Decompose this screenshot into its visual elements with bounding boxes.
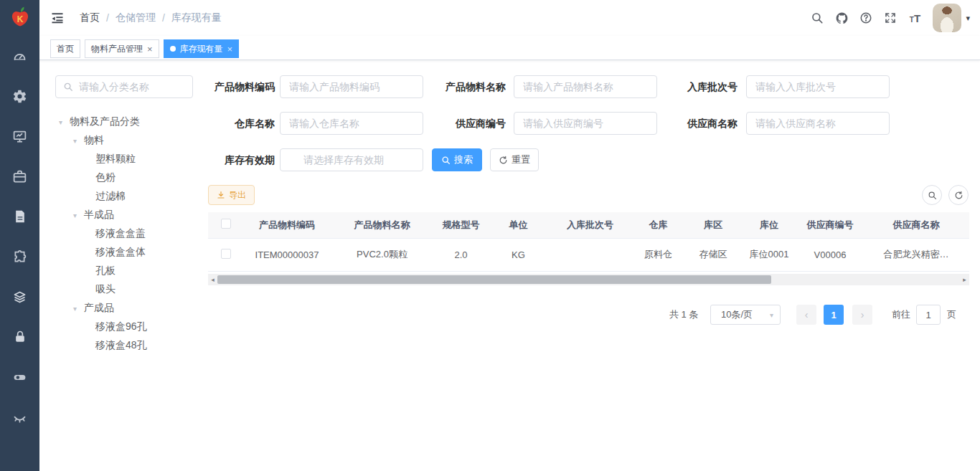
scroll-right-arrow[interactable]: ▸ [960, 274, 969, 285]
page-number-1[interactable]: 1 [824, 305, 844, 325]
breadcrumb-separator: / [162, 12, 165, 24]
caret-down-icon[interactable]: ▾ [73, 211, 84, 219]
prev-page-button[interactable]: ‹ [796, 305, 816, 325]
field-label-supplier-name: 供应商名称 [657, 112, 738, 135]
font-size-icon[interactable]: TT [903, 0, 927, 36]
select-all-checkbox[interactable] [221, 219, 231, 229]
category-search-input[interactable] [79, 81, 179, 92]
page-size-select[interactable]: 10条/页 ▾ [710, 305, 781, 325]
close-icon[interactable]: × [147, 44, 153, 54]
tree-node-box-48[interactable]: 移液盒48孔 [54, 336, 201, 355]
caret-down-icon[interactable]: ▾ [73, 137, 84, 145]
toolbox-icon[interactable] [0, 168, 39, 185]
puzzle-icon[interactable] [0, 248, 39, 265]
eye-closed-icon[interactable] [0, 409, 39, 426]
tree-node-root[interactable]: ▾物料及产品分类 [54, 113, 201, 131]
col-header: 供应商编号 [797, 212, 863, 238]
caret-down-icon[interactable]: ▾ [966, 14, 973, 23]
cell-supplier-code: V00006 [797, 238, 863, 271]
tab-stock-on-hand[interactable]: 库存现有量 × [164, 39, 240, 58]
tags-view-bar: 首页 物料产品管理 × 库存现有量 × [39, 36, 980, 60]
tree-node-label: 色粉 [95, 171, 116, 184]
monitor-chart-icon[interactable] [0, 128, 39, 145]
menu-fold-icon[interactable] [50, 11, 65, 25]
tree-node-box-96[interactable]: 移液盒96孔 [54, 318, 201, 336]
tab-material-product[interactable]: 物料产品管理 × [85, 39, 159, 58]
tab-label: 首页 [57, 43, 74, 55]
table-horizontal-scrollbar: ◂ ▸ [208, 274, 969, 285]
app-logo-icon[interactable]: K [6, 4, 34, 32]
tree-node-label: 移液盒48孔 [95, 339, 147, 352]
document-icon[interactable] [0, 208, 39, 225]
col-header: 供应商名称 [863, 212, 969, 238]
expiry-date-input[interactable] [280, 148, 423, 171]
tab-label: 物料产品管理 [91, 43, 143, 55]
tree-node-label: 产成品 [84, 302, 114, 315]
field-label-supplier-code: 供应商编号 [425, 112, 506, 135]
cell-supplier-name: 合肥龙兴精密… [863, 238, 969, 271]
tree-node-label: 移液盒盒体 [95, 246, 146, 259]
user-avatar[interactable] [933, 4, 961, 32]
supplier-name-input[interactable] [746, 112, 890, 135]
dashboard-icon[interactable] [0, 47, 39, 65]
refresh-table-button[interactable] [948, 185, 969, 205]
github-icon[interactable] [829, 0, 854, 36]
tree-node-label: 吸头 [95, 283, 116, 296]
tree-node-plastic-pellet[interactable]: 塑料颗粒 [54, 150, 201, 168]
field-label-warehouse-name: 仓库名称 [194, 112, 275, 135]
scrollbar-thumb[interactable] [217, 275, 771, 284]
breadcrumb: 首页 / 仓储管理 / 库存现有量 [80, 0, 222, 36]
goto-page-input[interactable] [916, 305, 941, 325]
reset-button[interactable]: 重置 [490, 148, 539, 171]
tree-node-tip[interactable]: 吸头 [54, 280, 201, 299]
supplier-code-input[interactable] [514, 112, 657, 135]
search-icon[interactable] [805, 0, 829, 36]
category-search-box [55, 75, 193, 98]
tree-node-semi-finished[interactable]: ▾半成品 [54, 206, 201, 224]
search-button[interactable]: 搜索 [432, 148, 482, 171]
table-header-row: 产品物料编码 产品物料名称 规格型号 单位 入库批次号 仓库 库区 库位 供应商… [208, 212, 969, 238]
fullscreen-icon[interactable] [878, 0, 903, 36]
tree-node-label: 孔板 [95, 265, 116, 277]
help-icon[interactable] [854, 0, 878, 36]
scroll-left-arrow[interactable]: ◂ [208, 274, 217, 285]
tab-home[interactable]: 首页 [50, 39, 80, 58]
export-button[interactable]: 导出 [208, 185, 255, 205]
settings-gear-icon[interactable] [0, 87, 39, 105]
row-checkbox[interactable] [221, 249, 231, 259]
toggle-icon[interactable] [0, 368, 39, 386]
tree-node-box-body[interactable]: 移液盒盒体 [54, 243, 201, 262]
warehouse-name-input[interactable] [280, 112, 423, 135]
tree-node-filter-cotton[interactable]: 过滤棉 [54, 187, 201, 206]
cell-unit: KG [488, 238, 549, 271]
caret-down-icon[interactable]: ▾ [59, 118, 70, 126]
table-row[interactable]: ITEM00000037 PVC2.0颗粒 2.0 KG 原料仓 存储区 库位0… [208, 238, 969, 271]
breadcrumb-item-home[interactable]: 首页 [80, 11, 100, 24]
lock-icon[interactable] [0, 328, 39, 346]
product-code-input[interactable] [280, 75, 423, 98]
col-header: 单位 [488, 212, 549, 238]
tree-node-label: 半成品 [84, 209, 114, 222]
header-actions: TT ▾ [805, 0, 973, 36]
tree-node-well-plate[interactable]: 孔板 [54, 262, 201, 280]
caret-down-icon: ▾ [770, 311, 773, 319]
cell-location: 库位0001 [741, 238, 797, 271]
tree-node-finished[interactable]: ▾产成品 [54, 299, 201, 318]
tree-node-label: 物料 [84, 134, 104, 147]
caret-down-icon[interactable]: ▾ [73, 305, 84, 313]
tree-node-pigment[interactable]: 色粉 [54, 168, 201, 187]
layers-icon[interactable] [0, 288, 39, 305]
search-icon [63, 82, 73, 92]
tree-node-material[interactable]: ▾物料 [54, 131, 201, 150]
close-icon[interactable]: × [227, 44, 233, 54]
field-label-product-code: 产品物料编码 [194, 75, 275, 98]
top-header: 首页 / 仓储管理 / 库存现有量 TT ▾ [39, 0, 980, 36]
breadcrumb-item-current: 库存现有量 [171, 11, 222, 24]
cell-spec: 2.0 [434, 238, 488, 271]
toggle-search-button[interactable] [922, 185, 942, 205]
col-header: 入库批次号 [549, 212, 631, 238]
batch-no-input[interactable] [746, 75, 890, 98]
next-page-button[interactable]: › [852, 305, 872, 325]
tree-node-box-lid[interactable]: 移液盒盒盖 [54, 224, 201, 243]
product-name-input[interactable] [514, 75, 657, 98]
